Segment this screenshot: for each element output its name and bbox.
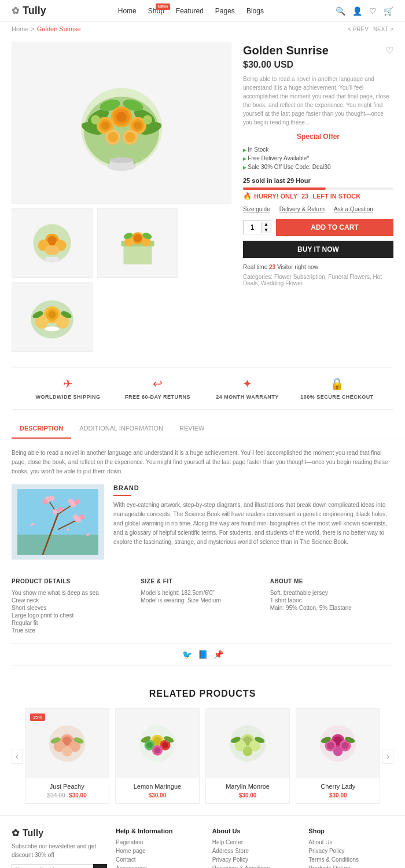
tab-review[interactable]: REVIEW bbox=[171, 419, 212, 439]
footer-link[interactable]: Home page bbox=[116, 848, 201, 854]
nav-blogs[interactable]: Blogs bbox=[246, 7, 264, 15]
brand-section: BRAND With eye-catching artwork, step-by… bbox=[113, 484, 393, 560]
detail-item: You show me what is deep as sea bbox=[12, 589, 135, 597]
main-product-image[interactable] bbox=[12, 42, 231, 204]
related-card-4-image[interactable] bbox=[296, 709, 380, 778]
related-products-section: RELATED PRODUCTS ‹ 15% bbox=[0, 677, 405, 815]
product-tabs: DESCRIPTION ADDITIONAL INFORMATION REVIE… bbox=[0, 419, 405, 439]
add-to-cart-button[interactable]: ADD TO CART bbox=[276, 219, 393, 236]
header-icons: 🔍 👤 ♡ 🛒 bbox=[336, 6, 393, 16]
qty-down[interactable]: ▼ bbox=[261, 227, 271, 233]
logo[interactable]: ✿ Tully bbox=[12, 5, 46, 17]
footer-col-help-title: Help & Information bbox=[116, 827, 201, 834]
related-card-1-name: Just Peachy bbox=[30, 783, 104, 790]
qty-up[interactable]: ▲ bbox=[261, 222, 271, 227]
footer-link[interactable]: Terms & Conditions bbox=[308, 856, 393, 863]
breadcrumb-separator: > bbox=[31, 25, 34, 32]
size-guide-link[interactable]: Size guide bbox=[243, 206, 270, 213]
desc-image bbox=[12, 484, 104, 560]
svg-point-51 bbox=[45, 326, 60, 331]
next-button[interactable]: NEXT > bbox=[373, 26, 393, 32]
footer-link[interactable]: Privacy Policy bbox=[212, 856, 297, 863]
detail-item: Soft, breathable jersey bbox=[270, 589, 393, 597]
svg-point-32 bbox=[50, 245, 59, 255]
qty-field[interactable] bbox=[244, 221, 261, 234]
twitter-share-button[interactable]: 🐦 bbox=[182, 650, 192, 659]
search-icon[interactable]: 🔍 bbox=[336, 6, 345, 16]
pinterest-share-button[interactable]: 📌 bbox=[213, 650, 223, 659]
svg-point-60 bbox=[49, 496, 54, 501]
account-icon[interactable]: 👤 bbox=[352, 6, 362, 16]
footer-col-help: Help & Information Pagination Home page … bbox=[116, 827, 201, 868]
ask-question-link[interactable]: Ask a Question bbox=[334, 206, 373, 213]
footer-logo: ✿ Tully bbox=[12, 827, 104, 838]
thumbnail-2[interactable] bbox=[97, 208, 178, 278]
svg-point-21 bbox=[91, 115, 100, 124]
footer-link[interactable]: Receivers & Amplifiers bbox=[212, 865, 297, 868]
related-card-3: Marylin Monroe $30.00 bbox=[205, 708, 290, 804]
shop-badge: NEW bbox=[156, 3, 170, 10]
detail-col-2: SIZE & FIT Model's height: 182.5cm/6'0" … bbox=[141, 578, 264, 634]
svg-point-25 bbox=[110, 157, 133, 163]
related-card-4-price: $30.00 bbox=[301, 792, 375, 799]
prev-button[interactable]: < PREV bbox=[348, 26, 369, 32]
footer-col-shop: Shop About Us Privacy Policy Terms & Con… bbox=[308, 827, 393, 868]
feature-returns: ↩ FREE 60-DAY RETURNS bbox=[113, 377, 203, 400]
related-card-3-image[interactable] bbox=[206, 709, 289, 778]
cart-icon[interactable]: 🛒 bbox=[384, 6, 393, 16]
tab-description[interactable]: DESCRIPTION bbox=[12, 419, 71, 439]
detail-item: True size bbox=[12, 627, 135, 634]
footer-link[interactable]: Contact bbox=[116, 856, 201, 863]
buy-now-button[interactable]: BUY IT NOW bbox=[243, 241, 393, 258]
feature-secure: 🔒 100% SECURE CHECKOUT bbox=[292, 377, 382, 400]
related-card-3-info: Marylin Monroe $30.00 bbox=[206, 778, 289, 803]
detail-item: Regular fit bbox=[12, 619, 135, 627]
related-card-1-image[interactable]: 15% bbox=[25, 709, 109, 778]
nav-pages[interactable]: Pages bbox=[215, 7, 235, 15]
footer-link[interactable]: Products Return bbox=[308, 865, 393, 868]
detail-col-1: PRODUCT DETAILS You show me what is deep… bbox=[12, 578, 135, 634]
footer-link[interactable]: Address Store bbox=[212, 848, 297, 854]
nav-shop[interactable]: Shop NEW bbox=[148, 7, 164, 15]
detail-item: T-shirt fabric bbox=[270, 597, 393, 604]
svg-point-59 bbox=[43, 499, 48, 505]
footer-link[interactable]: Pagination bbox=[116, 839, 201, 845]
footer-email-form: ➤ bbox=[12, 864, 104, 868]
product-description: Being able to read a novel in another la… bbox=[243, 75, 393, 127]
footer-link[interactable]: About Us bbox=[308, 839, 393, 845]
tab-additional[interactable]: ADDITIONAL INFORMATION bbox=[71, 419, 171, 439]
facebook-share-button[interactable]: 📘 bbox=[198, 650, 208, 659]
related-grid: 15% Just Peachy $34.00 bbox=[25, 708, 381, 804]
warranty-icon: ✦ bbox=[203, 377, 292, 391]
footer-link[interactable]: Help Center bbox=[212, 839, 297, 845]
thumbnail-1[interactable] bbox=[12, 208, 93, 278]
desc-content: BRAND With eye-catching artwork, step-by… bbox=[12, 484, 393, 560]
thumbnail-row bbox=[12, 208, 231, 278]
svg-point-96 bbox=[243, 746, 252, 756]
related-card-2-image[interactable] bbox=[116, 709, 199, 778]
footer-email-input[interactable] bbox=[12, 864, 93, 868]
quantity-input[interactable]: ▲ ▼ bbox=[243, 220, 271, 234]
desc-text: Being able to read a novel in another la… bbox=[12, 448, 393, 476]
sold-count: 25 sold in last 29 Hour bbox=[243, 177, 393, 184]
related-card-4-info: Cherry Lady $30.00 bbox=[296, 778, 380, 803]
breadcrumb-home[interactable]: Home bbox=[12, 25, 28, 32]
thumbnail-3[interactable] bbox=[12, 282, 93, 352]
nav-home[interactable]: Home bbox=[118, 7, 137, 15]
footer-link[interactable]: Privacy Policy bbox=[308, 848, 393, 854]
footer-link[interactable]: Accessories bbox=[116, 865, 201, 868]
brand-text: With eye-catching artwork, step-by-step … bbox=[113, 501, 393, 547]
detail-item: Large logo print to chest bbox=[12, 612, 135, 619]
logo-icon: ✿ bbox=[12, 5, 19, 16]
related-prev-button[interactable]: ‹ bbox=[12, 749, 23, 764]
related-card-4: Cherry Lady $30.00 bbox=[296, 708, 380, 804]
product-wishlist-icon[interactable]: ♡ bbox=[385, 45, 393, 56]
related-next-button[interactable]: › bbox=[382, 749, 393, 764]
wishlist-icon[interactable]: ♡ bbox=[369, 6, 377, 16]
delivery-return-link[interactable]: Delivery & Return bbox=[279, 206, 325, 213]
footer-email-submit[interactable]: ➤ bbox=[93, 864, 107, 868]
footer-col-about: About Us Help Center Address Store Priva… bbox=[212, 827, 297, 868]
product-section: Golden Sunrise ♡ $30.00 USD Being able t… bbox=[0, 36, 405, 358]
nav-featured[interactable]: Featured bbox=[176, 7, 204, 15]
shipping-label: WORLDWIDE SHIPPING bbox=[23, 394, 113, 400]
